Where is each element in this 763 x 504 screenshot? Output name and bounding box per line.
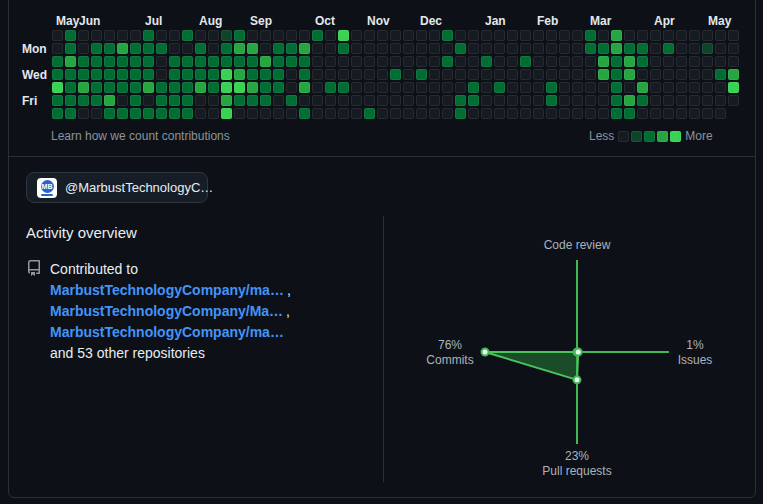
day-cell[interactable] [221, 56, 232, 67]
day-cell[interactable] [676, 56, 687, 67]
day-cell[interactable] [650, 108, 661, 119]
day-cell[interactable] [65, 108, 76, 119]
day-cell[interactable] [715, 43, 726, 54]
day-cell[interactable] [650, 69, 661, 80]
day-cell[interactable] [676, 108, 687, 119]
day-cell[interactable] [65, 43, 76, 54]
day-cell[interactable] [143, 56, 154, 67]
day-cell[interactable] [221, 95, 232, 106]
day-cell[interactable] [403, 82, 414, 93]
day-cell[interactable] [403, 30, 414, 41]
day-cell[interactable] [494, 108, 505, 119]
day-cell[interactable] [390, 95, 401, 106]
day-cell[interactable] [143, 82, 154, 93]
day-cell[interactable] [130, 56, 141, 67]
day-cell[interactable] [312, 43, 323, 54]
day-cell[interactable] [169, 56, 180, 67]
day-cell[interactable] [234, 43, 245, 54]
day-cell[interactable] [546, 82, 557, 93]
day-cell[interactable] [78, 43, 89, 54]
day-cell[interactable] [507, 43, 518, 54]
day-cell[interactable] [416, 108, 427, 119]
day-cell[interactable] [728, 43, 739, 54]
day-cell[interactable] [182, 108, 193, 119]
day-cell[interactable] [611, 108, 622, 119]
day-cell[interactable] [143, 30, 154, 41]
day-cell[interactable] [364, 108, 375, 119]
day-cell[interactable] [533, 43, 544, 54]
day-cell[interactable] [312, 95, 323, 106]
day-cell[interactable] [338, 43, 349, 54]
day-cell[interactable] [221, 82, 232, 93]
day-cell[interactable] [520, 95, 531, 106]
day-cell[interactable] [624, 43, 635, 54]
day-cell[interactable] [169, 82, 180, 93]
day-cell[interactable] [156, 43, 167, 54]
day-cell[interactable] [325, 108, 336, 119]
day-cell[interactable] [312, 82, 323, 93]
day-cell[interactable] [351, 69, 362, 80]
day-cell[interactable] [689, 56, 700, 67]
day-cell[interactable] [143, 108, 154, 119]
day-cell[interactable] [442, 56, 453, 67]
day-cell[interactable] [52, 108, 63, 119]
day-cell[interactable] [572, 95, 583, 106]
day-cell[interactable] [117, 43, 128, 54]
day-cell[interactable] [390, 82, 401, 93]
day-cell[interactable] [689, 30, 700, 41]
day-cell[interactable] [403, 108, 414, 119]
day-cell[interactable] [455, 95, 466, 106]
day-cell[interactable] [624, 69, 635, 80]
day-cell[interactable] [234, 30, 245, 41]
day-cell[interactable] [650, 43, 661, 54]
day-cell[interactable] [533, 108, 544, 119]
day-cell[interactable] [546, 30, 557, 41]
day-cell[interactable] [442, 43, 453, 54]
day-cell[interactable] [429, 43, 440, 54]
day-cell[interactable] [455, 43, 466, 54]
day-cell[interactable] [52, 56, 63, 67]
day-cell[interactable] [559, 108, 570, 119]
day-cell[interactable] [247, 108, 258, 119]
day-cell[interactable] [637, 30, 648, 41]
day-cell[interactable] [520, 30, 531, 41]
day-cell[interactable] [494, 56, 505, 67]
day-cell[interactable] [689, 108, 700, 119]
day-cell[interactable] [247, 82, 258, 93]
day-cell[interactable] [273, 30, 284, 41]
day-cell[interactable] [572, 82, 583, 93]
day-cell[interactable] [312, 30, 323, 41]
day-cell[interactable] [702, 95, 713, 106]
day-cell[interactable] [130, 30, 141, 41]
day-cell[interactable] [247, 43, 258, 54]
day-cell[interactable] [611, 82, 622, 93]
day-cell[interactable] [663, 69, 674, 80]
day-cell[interactable] [351, 95, 362, 106]
day-cell[interactable] [689, 69, 700, 80]
day-cell[interactable] [182, 69, 193, 80]
day-cell[interactable] [546, 56, 557, 67]
day-cell[interactable] [286, 95, 297, 106]
day-cell[interactable] [351, 108, 362, 119]
day-cell[interactable] [221, 43, 232, 54]
day-cell[interactable] [572, 108, 583, 119]
day-cell[interactable] [247, 56, 258, 67]
day-cell[interactable] [689, 95, 700, 106]
day-cell[interactable] [247, 69, 258, 80]
day-cell[interactable] [546, 108, 557, 119]
day-cell[interactable] [338, 30, 349, 41]
day-cell[interactable] [429, 30, 440, 41]
day-cell[interactable] [481, 95, 492, 106]
day-cell[interactable] [208, 82, 219, 93]
day-cell[interactable] [468, 82, 479, 93]
day-cell[interactable] [286, 30, 297, 41]
day-cell[interactable] [676, 43, 687, 54]
day-cell[interactable] [169, 95, 180, 106]
day-cell[interactable] [728, 56, 739, 67]
day-cell[interactable] [325, 30, 336, 41]
day-cell[interactable] [65, 69, 76, 80]
day-cell[interactable] [598, 95, 609, 106]
day-cell[interactable] [377, 69, 388, 80]
day-cell[interactable] [663, 82, 674, 93]
day-cell[interactable] [65, 95, 76, 106]
